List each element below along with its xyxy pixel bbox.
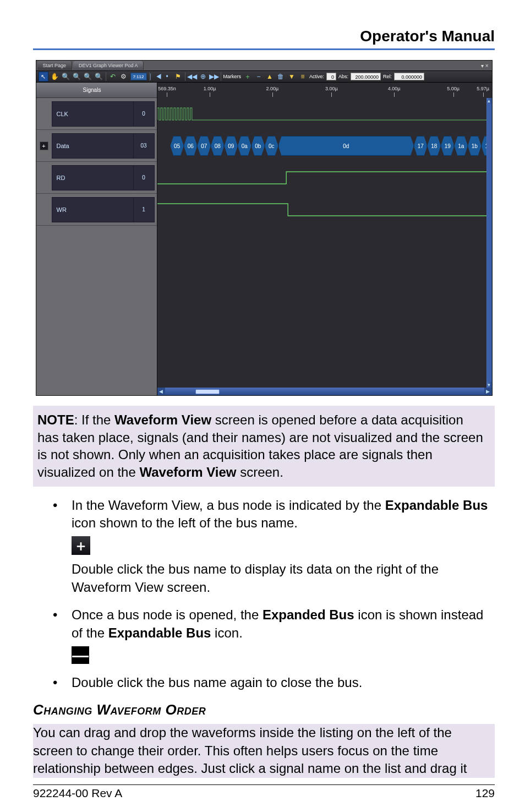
- waveform-screenshot: Start Page DEV1 Graph Viewer Pod A ▾ × ↖…: [36, 60, 493, 396]
- ruler-tick-label: 3.00µ: [325, 86, 338, 91]
- bus-data-cell: 09: [224, 136, 238, 156]
- signal-name[interactable]: Data: [52, 133, 134, 159]
- expandable-bus-icon: ＋: [72, 536, 90, 555]
- ruler-tick-label: 5.97µ: [477, 86, 489, 91]
- window-tabs: Start Page DEV1 Graph Viewer Pod A ▾ ×: [36, 61, 492, 70]
- signal-row[interactable]: WR1: [36, 194, 157, 226]
- waveform-canvas[interactable]: 569.35n1.00µ2.00µ3.00µ4.00µ5.00µ5.97µ 05…: [157, 83, 492, 395]
- ruler-tick-label: 1.00µ: [204, 86, 216, 91]
- signal-name[interactable]: WR: [52, 197, 134, 222]
- hand-tool-icon[interactable]: ✋: [51, 72, 59, 81]
- go-start-icon[interactable]: ⎸◀: [152, 72, 161, 81]
- scroll-right-icon[interactable]: ▶: [484, 388, 492, 395]
- signal-list-panel: Signals CLK0+Data03RD0WR1: [36, 83, 157, 395]
- marker-next-icon[interactable]: ▼: [287, 72, 296, 81]
- marker-prev-icon[interactable]: ▲: [265, 72, 274, 81]
- toolbar-separator: [185, 72, 185, 81]
- waveform-data: 05060708090a0b0c0d1718191a1b1c: [157, 130, 486, 162]
- note-callout: NOTE: If the Waveform View screen is ope…: [33, 406, 495, 487]
- next-edge-icon[interactable]: ▶▶: [210, 72, 218, 81]
- zoom-out-icon[interactable]: 🔍: [62, 72, 70, 81]
- bus-data-cell: 0a: [238, 136, 251, 156]
- signal-value: 0: [134, 165, 155, 190]
- bus-data-cell: 07: [197, 136, 211, 156]
- center-icon[interactable]: ⊕: [199, 72, 207, 81]
- active-marker-value[interactable]: 0: [326, 73, 336, 80]
- zoom-fit-icon[interactable]: 🔍: [84, 72, 92, 81]
- toolbar-separator: [149, 72, 150, 81]
- marker-trash-icon[interactable]: 🗑: [276, 72, 285, 81]
- bus-data-cell: 0b: [251, 136, 265, 156]
- page-title: Operator's Manual: [33, 28, 495, 50]
- section-body: You can drag and drop the waveforms insi…: [33, 724, 495, 777]
- expand-cell[interactable]: +: [36, 141, 52, 150]
- flag-icon[interactable]: ⚑: [174, 72, 183, 81]
- bullet-expandable-bus-detail: Double click the bus name to display its…: [72, 560, 495, 596]
- footer-page-number: 129: [475, 787, 495, 800]
- toolbar-separator: [106, 72, 106, 81]
- horizontal-scrollbar[interactable]: ◀ ▶: [157, 388, 492, 395]
- signal-row[interactable]: RD0: [36, 162, 157, 194]
- signal-value: 0: [134, 101, 155, 127]
- expand-plus-icon[interactable]: +: [40, 141, 48, 150]
- expanded-bus-icon: —: [72, 646, 89, 664]
- settings-icon[interactable]: ⚙: [119, 72, 128, 81]
- body-bullet-list: In the Waveform View, a bus node is indi…: [33, 497, 495, 692]
- toolbar: ↖ ✋ 🔍 🔍 🔍 🔍 ↶ ⚙ 7:112 ⎸◀ • ⚑ ◀◀ ⊕ ▶▶ Mar…: [36, 70, 492, 83]
- toolbar-separator: [221, 72, 221, 81]
- signal-name[interactable]: CLK: [52, 101, 134, 127]
- ruler-tick-label: 569.35n: [158, 86, 176, 91]
- footer-docid: 922244-00 Rev A: [33, 787, 122, 800]
- markers-label: Markers: [223, 74, 242, 79]
- signal-list-header: Signals: [36, 83, 157, 98]
- waveform-wr: [157, 194, 486, 226]
- marker-remove-icon[interactable]: −: [254, 72, 263, 81]
- signal-name[interactable]: RD: [52, 165, 134, 190]
- scroll-thumb[interactable]: [487, 103, 491, 382]
- section-heading-changing-waveform-order: Changing Waveform Order: [33, 701, 495, 718]
- vertical-scrollbar[interactable]: ▲ ▼: [486, 98, 492, 388]
- signal-row[interactable]: CLK0: [36, 98, 157, 130]
- scale-readout: 7:112: [130, 73, 147, 80]
- note-wf-view-1: Waveform View: [114, 412, 211, 427]
- bus-data-cell: 08: [211, 136, 225, 156]
- page-footer: 922244-00 Rev A 129: [33, 784, 495, 800]
- rel-label: Rel:: [383, 74, 392, 79]
- bus-data-cell: 1b: [468, 136, 482, 156]
- marker-add-icon[interactable]: ＋: [243, 72, 252, 81]
- ruler-tick-label: 2.00µ: [266, 86, 278, 91]
- bullet-close-bus: Double click the bus name again to close…: [72, 674, 495, 691]
- window-menu-icon[interactable]: ▾ ×: [481, 63, 489, 69]
- marker-list-icon[interactable]: ≡: [298, 72, 307, 81]
- signal-row[interactable]: +Data03: [36, 130, 157, 162]
- bullet-expandable-bus: In the Waveform View, a bus node is indi…: [72, 497, 495, 597]
- zoom-in-icon[interactable]: 🔍: [73, 72, 81, 81]
- ruler-tick-label: 4.00µ: [388, 86, 401, 91]
- bus-data-cell: 1a: [454, 136, 468, 156]
- scroll-down-icon[interactable]: ▼: [486, 382, 492, 388]
- bus-data-cell: 06: [184, 136, 198, 156]
- bus-data-cell: 19: [441, 136, 455, 156]
- active-marker-label: Active:: [309, 74, 324, 79]
- scroll-up-icon[interactable]: ▲: [486, 98, 492, 103]
- tab-start-page[interactable]: Start Page: [37, 61, 73, 70]
- abs-value[interactable]: 200.00000: [351, 73, 381, 80]
- waveform-rd: [157, 162, 486, 194]
- undo-icon[interactable]: ↶: [108, 72, 117, 81]
- prev-edge-icon[interactable]: ◀◀: [188, 72, 196, 81]
- bus-data-cell: 17: [414, 136, 428, 156]
- scroll-left-icon[interactable]: ◀: [157, 388, 165, 395]
- pointer-tool-icon[interactable]: ↖: [39, 72, 48, 81]
- bus-data-cell: 0c: [265, 136, 278, 156]
- time-ruler: 569.35n1.00µ2.00µ3.00µ4.00µ5.00µ5.97µ: [157, 83, 486, 98]
- tab-graph-viewer[interactable]: DEV1 Graph Viewer Pod A: [73, 61, 144, 70]
- bullet-expanded-bus: Once a bus node is opened, the Expanded …: [72, 606, 495, 664]
- signal-value: 1: [134, 197, 155, 222]
- abs-label: Abs:: [338, 74, 348, 79]
- pin-icon[interactable]: •: [163, 72, 172, 81]
- bus-data-cell: 0d: [278, 136, 414, 156]
- note-prefix: NOTE: [37, 412, 74, 427]
- rel-value[interactable]: 0.000000: [394, 73, 424, 80]
- zoom-region-icon[interactable]: 🔍: [95, 72, 103, 81]
- scroll-thumb[interactable]: [195, 389, 220, 394]
